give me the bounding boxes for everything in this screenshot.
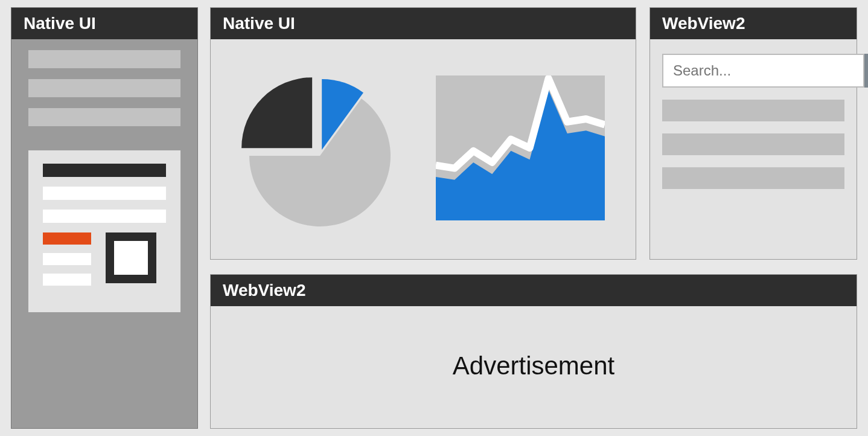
panel-title: WebView2 — [211, 275, 857, 306]
area-chart — [436, 75, 605, 220]
panel-title: WebView2 — [650, 8, 857, 39]
sidebar-card — [28, 150, 180, 312]
panel-title: Native UI — [211, 8, 636, 39]
card-text-line — [43, 253, 91, 265]
advertisement-content: Advertisement — [211, 306, 857, 426]
card-heading-bar — [43, 164, 166, 177]
search-input[interactable] — [662, 54, 864, 88]
native-ui-charts-panel: Native UI — [210, 7, 636, 260]
card-text-line — [43, 187, 166, 200]
panel-title: Native UI — [11, 8, 197, 39]
webview2-search-panel: WebView2 — [649, 7, 857, 260]
webview2-ad-panel: WebView2 Advertisement — [210, 274, 857, 429]
card-text-line — [43, 274, 91, 286]
pie-chart — [241, 69, 398, 226]
sidebar-item[interactable] — [28, 108, 180, 126]
sidebar-item[interactable] — [28, 79, 180, 97]
thumbnail-icon — [106, 232, 156, 283]
result-item[interactable] — [662, 133, 844, 155]
search-button[interactable] — [864, 54, 868, 88]
card-accent-bar — [43, 232, 91, 245]
sidebar-item[interactable] — [28, 50, 180, 68]
native-ui-sidebar-panel: Native UI — [11, 7, 198, 429]
card-text-line — [43, 210, 166, 223]
result-item[interactable] — [662, 167, 844, 189]
result-item[interactable] — [662, 100, 844, 121]
